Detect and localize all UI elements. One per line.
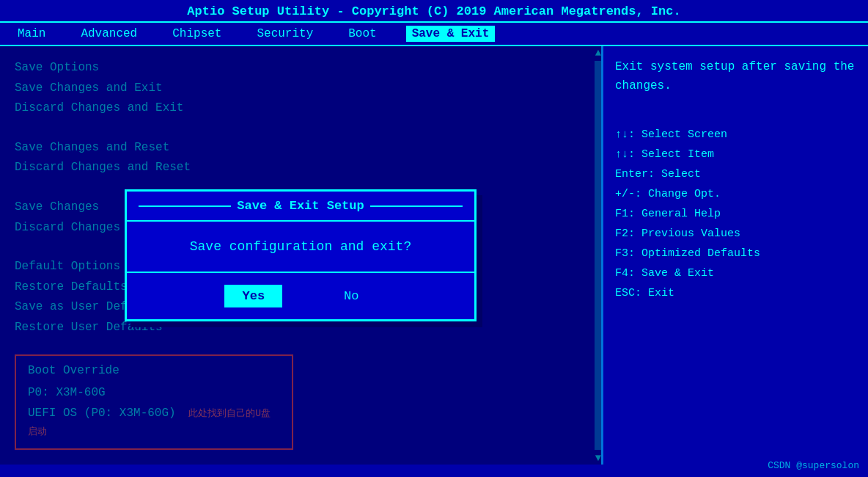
key-optimized-defaults: F3: Optimized Defaults: [615, 244, 856, 263]
modal-overlay: Save & Exit Setup Save configuration and…: [0, 46, 601, 465]
modal-body: Save configuration and exit?: [127, 222, 474, 273]
menu-item-chipset[interactable]: Chipset: [166, 26, 227, 42]
key-select-item: ↑↓: Select Item: [615, 145, 856, 164]
modal-title-text: Save & Exit Setup: [237, 199, 364, 213]
menu-item-save-exit[interactable]: Save & Exit: [406, 26, 496, 42]
title-bar: Aptio Setup Utility - Copyright (C) 2019…: [0, 0, 868, 21]
menu-item-boot[interactable]: Boot: [342, 26, 382, 42]
bios-screen: Aptio Setup Utility - Copyright (C) 2019…: [0, 0, 868, 477]
key-previous-values: F2: Previous Values: [615, 224, 856, 244]
yes-button[interactable]: Yes: [224, 285, 282, 307]
menu-item-main[interactable]: Main: [12, 26, 51, 42]
key-enter-select: Enter: Select: [615, 164, 856, 184]
watermark: CSDN @supersolon: [768, 460, 859, 471]
key-general-help: F1: General Help: [615, 204, 856, 224]
menu-bar: Main Advanced Chipset Security Boot Save…: [0, 21, 868, 46]
main-content: Save Options Save Changes and Exit Disca…: [0, 46, 868, 465]
title-dashes-right: [370, 205, 463, 207]
modal-buttons: Yes No: [127, 273, 474, 319]
key-help-section: ↑↓: Select Screen ↑↓: Select Item Enter:…: [615, 125, 856, 303]
modal-title-bar: Save & Exit Setup: [127, 192, 474, 222]
key-select-screen: ↑↓: Select Screen: [615, 125, 856, 145]
modal-dialog: Save & Exit Setup Save configuration and…: [125, 189, 477, 321]
no-button[interactable]: No: [326, 285, 376, 307]
title-text: Aptio Setup Utility - Copyright (C) 2019…: [187, 4, 680, 18]
help-text: Exit system setup after saving the chang…: [615, 58, 856, 95]
key-change-opt: +/-: Change Opt.: [615, 184, 856, 204]
key-save-exit: F4: Save & Exit: [615, 263, 856, 283]
right-panel: ▲ ▼ Exit system setup after saving the c…: [601, 46, 868, 465]
menu-item-security[interactable]: Security: [251, 26, 319, 42]
modal-message: Save configuration and exit?: [190, 239, 411, 254]
key-esc-exit: ESC: Exit: [615, 283, 856, 303]
menu-item-advanced[interactable]: Advanced: [75, 26, 143, 42]
title-dashes-left: [139, 205, 231, 207]
